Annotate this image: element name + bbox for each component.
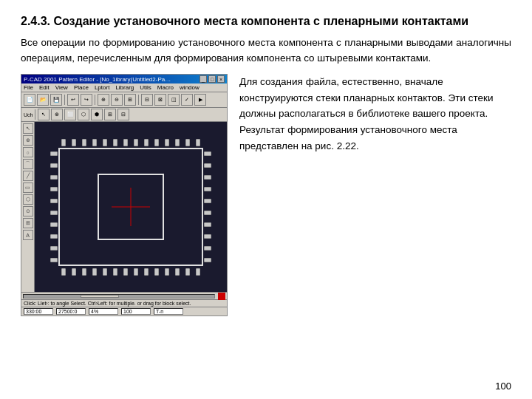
pad-l8 — [50, 234, 58, 239]
tool-zoom-out[interactable]: ⊖ — [111, 94, 123, 106]
toolbar-sep-1 — [64, 95, 65, 105]
pad-t12 — [175, 139, 180, 146]
pad-b3 — [82, 268, 86, 276]
pad-l5 — [50, 199, 58, 203]
tool-zoom-in[interactable]: ⊕ — [98, 94, 109, 106]
grid-value: 100 — [121, 308, 151, 315]
pad-b1 — [61, 268, 66, 276]
menu-window[interactable]: window — [180, 84, 200, 91]
menu-lptort[interactable]: Lptort — [95, 84, 109, 91]
ltool-cursor[interactable]: ↖ — [23, 123, 33, 134]
pcb-window-controls: _ □ × — [200, 75, 225, 83]
zoom-level: 4% — [89, 308, 118, 315]
tool-redo[interactable]: ↪ — [81, 94, 92, 106]
menu-view[interactable]: View — [55, 84, 68, 91]
pad-t1 — [61, 139, 66, 146]
tool-open[interactable]: 📂 — [37, 94, 49, 106]
pcb-menubar: File Edit View Place Lptort Librarg Util… — [21, 83, 227, 92]
ltool-text[interactable]: A — [23, 230, 33, 240]
tool-2e[interactable]: ⊞ — [104, 109, 116, 120]
tool-2b[interactable]: ⬜ — [64, 109, 76, 120]
tool-drc[interactable]: ✓ — [181, 94, 193, 106]
pcb-statusbar: Click: Llet›: to angle Select. Ctrl›Left… — [21, 299, 227, 307]
ltool-via[interactable]: ⊙ — [23, 206, 33, 216]
pad-b6 — [113, 268, 117, 276]
pcb-scrollbar-thumb[interactable] — [81, 295, 119, 298]
pads-top — [58, 137, 203, 148]
section-title: 2.4.3. Создание установочного места комп… — [21, 13, 511, 30]
pcb-minimize-btn[interactable]: _ — [200, 75, 207, 83]
pad-t4 — [92, 139, 97, 146]
menu-edit[interactable]: Edit — [39, 84, 50, 91]
toolbar-sep-3 — [138, 95, 139, 105]
pad-b8 — [134, 268, 138, 276]
menu-utils[interactable]: Utils — [140, 84, 151, 91]
pad-b7 — [123, 268, 128, 276]
menu-file[interactable]: File — [24, 84, 33, 91]
tool-run[interactable]: ▶ — [194, 94, 206, 106]
pad-b10 — [154, 268, 159, 276]
tool-zoom-fit[interactable]: ⊞ — [124, 94, 136, 106]
pad-t7 — [123, 139, 128, 146]
pad-r8 — [204, 234, 211, 239]
pcb-scrollbar-h[interactable] — [21, 292, 227, 299]
ltool-arc[interactable]: ⌒ — [23, 159, 33, 169]
pcb-canvas[interactable] — [35, 122, 227, 292]
pcb-close-btn[interactable]: × — [217, 75, 225, 83]
toolbar-sep-2 — [95, 95, 95, 105]
pcb-scrollbar-track[interactable] — [23, 294, 215, 299]
tool-snap[interactable]: ⊠ — [154, 94, 166, 106]
tool-select[interactable]: ↖ — [38, 109, 50, 120]
pad-l3 — [50, 175, 58, 180]
tool-2c[interactable]: ⬡ — [78, 109, 89, 120]
tool-2d[interactable]: ⬢ — [91, 109, 103, 120]
tool-2a[interactable]: ⊕ — [51, 109, 63, 120]
crosshair-vertical — [131, 188, 132, 226]
pad-t14 — [196, 139, 200, 146]
board-outline — [58, 148, 203, 266]
pcb-titlebar: P-CAD 2001 Pattern Editor - [No_1ibrary(… — [21, 75, 227, 83]
pad-b5 — [103, 268, 107, 276]
ltool-line[interactable]: ╱ — [23, 171, 33, 181]
page-number: 100 — [495, 381, 511, 392]
layer-indicator — [218, 293, 225, 300]
ic-body — [98, 174, 164, 240]
pad-l4 — [50, 187, 58, 191]
toolbar2-sep — [35, 109, 35, 120]
toolbar2-label: Uch — [24, 112, 33, 117]
tool-save[interactable]: 💾 — [50, 94, 62, 106]
pad-r1 — [204, 151, 211, 156]
ltool-rect[interactable]: ▭ — [23, 183, 33, 193]
pad-l1 — [50, 151, 58, 156]
tool-layer[interactable]: ◫ — [168, 94, 180, 106]
tool-2f[interactable]: ⊟ — [117, 109, 129, 120]
pad-t9 — [144, 139, 149, 146]
pad-r5 — [204, 199, 211, 203]
pcb-maximize-btn[interactable]: □ — [208, 75, 216, 83]
menu-macro[interactable]: Macro — [157, 84, 174, 91]
pads-right — [203, 148, 212, 266]
pad-l2 — [50, 163, 58, 168]
ltool-poly[interactable]: ⬡ — [23, 194, 33, 205]
pad-t2 — [72, 139, 76, 146]
pad-l6 — [50, 211, 58, 215]
ltool-measure[interactable]: ⊞ — [23, 218, 33, 228]
menu-place[interactable]: Place — [74, 84, 89, 91]
menu-librarg[interactable]: Librarg — [115, 84, 134, 91]
pad-b13 — [185, 268, 190, 276]
pad-r7 — [204, 222, 211, 227]
pcb-editor-window: P-CAD 2001 Pattern Editor - [No_1ibrary(… — [21, 74, 228, 316]
ltool-add-pad[interactable]: ⊕ — [23, 135, 33, 146]
ltool-circle[interactable]: ○ — [23, 147, 33, 157]
pad-l10 — [50, 258, 58, 262]
pad-b11 — [165, 268, 169, 276]
tool-undo[interactable]: ↩ — [67, 94, 79, 106]
pcb-main-area: ↖ ⊕ ○ ⌒ ╱ ▭ ⬡ ⊙ ⊞ A — [21, 122, 227, 292]
tool-grid[interactable]: ⊟ — [141, 94, 153, 106]
pad-t8 — [134, 139, 138, 146]
pad-r4 — [204, 187, 211, 191]
right-description: Для создания файла, естественно, вначале… — [239, 74, 511, 154]
pad-t10 — [154, 139, 159, 146]
tool-new[interactable]: 📄 — [24, 94, 35, 106]
coord-x: 330:00 — [24, 308, 53, 315]
